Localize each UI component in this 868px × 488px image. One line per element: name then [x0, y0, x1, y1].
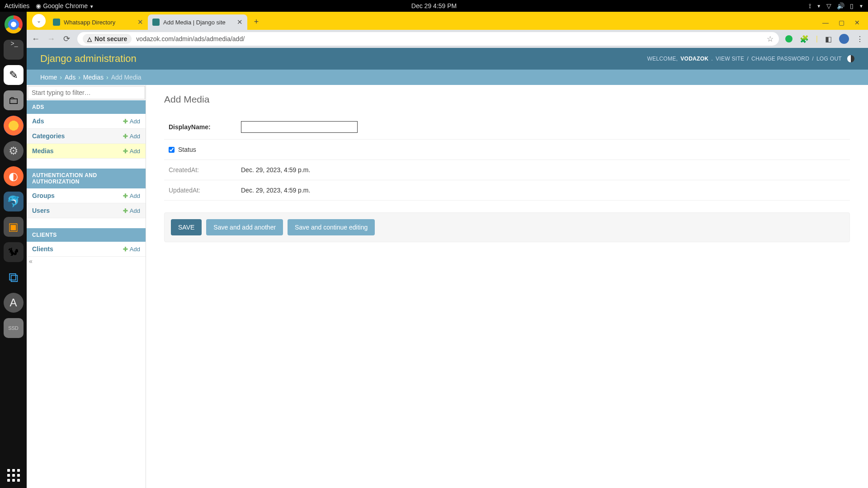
- window-close-button[interactable]: ✕: [854, 19, 860, 26]
- dock-mysql-icon[interactable]: 🐬: [4, 192, 24, 211]
- model-name: Clients: [32, 245, 53, 253]
- username: VODAZOK: [680, 56, 708, 62]
- dock-postman-icon[interactable]: ◐: [4, 166, 24, 186]
- active-app-menu[interactable]: ◉ Google Chrome ▼: [36, 2, 94, 9]
- dock-dbeaver-icon[interactable]: 🐿: [4, 242, 24, 262]
- save-add-another-button[interactable]: Save and add another: [206, 219, 283, 235]
- close-icon[interactable]: ✕: [237, 18, 243, 26]
- sidebar-filter-input[interactable]: [28, 86, 145, 99]
- sidebar-section-clients: CLIENTS: [27, 228, 146, 242]
- bookmark-star-icon[interactable]: ☆: [767, 34, 774, 44]
- plus-icon: ✚: [123, 133, 128, 140]
- sidepanel-icon[interactable]: ◧: [825, 35, 832, 43]
- content-area: Add Media DisplayName: Status CreatedAt:…: [146, 85, 868, 488]
- chevron-down-icon: ▼: [816, 4, 821, 9]
- extension-icon[interactable]: [785, 35, 793, 42]
- dock-files-icon[interactable]: 🗀: [4, 90, 24, 110]
- model-name: Groups: [32, 192, 55, 199]
- add-link[interactable]: ✚Add: [123, 118, 140, 125]
- gnome-top-bar: Activities ◉ Google Chrome ▼ Dec 29 4:59…: [0, 0, 868, 12]
- theme-toggle-icon[interactable]: [847, 55, 854, 62]
- window-maximize-button[interactable]: ▢: [839, 19, 844, 26]
- field-createdat: CreatedAt: Dec. 29, 2023, 4:59 p.m.: [164, 160, 850, 180]
- chrome-menu-icon[interactable]: ⋮: [856, 35, 863, 43]
- breadcrumb-model[interactable]: Medias: [83, 74, 104, 81]
- security-label: Not secure: [94, 35, 127, 42]
- warning-icon: △: [87, 36, 92, 42]
- logout-link[interactable]: LOG OUT: [816, 56, 842, 62]
- view-site-link[interactable]: VIEW SITE: [716, 56, 744, 62]
- favicon-icon: [152, 19, 160, 26]
- sidebar-collapse-button[interactable]: «: [27, 258, 35, 265]
- sidebar-item-clients[interactable]: Clients ✚Add: [27, 242, 146, 257]
- tab-title: Whatsapp Directory: [64, 19, 115, 26]
- reload-button[interactable]: ⟳: [62, 34, 71, 44]
- createdat-value: Dec. 29, 2023, 4:59 p.m.: [241, 166, 310, 174]
- chevron-down-icon: ⌄: [37, 18, 41, 24]
- add-link[interactable]: ✚Add: [123, 246, 140, 253]
- sidebar-item-categories[interactable]: Categories ✚Add: [27, 129, 146, 144]
- plus-icon: ✚: [123, 192, 128, 199]
- dock-sublime-icon[interactable]: ▣: [4, 217, 24, 237]
- dock-firefox-icon[interactable]: [4, 116, 24, 136]
- add-link[interactable]: ✚Add: [123, 148, 140, 155]
- django-header: Django administration WELCOME, VODAZOK. …: [27, 48, 868, 70]
- tab-search-button[interactable]: ⌄: [32, 14, 46, 28]
- chrome-indicator-icon: ◉: [36, 2, 43, 9]
- dock-apps-grid-icon[interactable]: [7, 469, 20, 482]
- tab-whatsapp-directory[interactable]: Whatsapp Directory ✕: [48, 14, 148, 30]
- close-icon[interactable]: ✕: [137, 18, 143, 26]
- clock[interactable]: Dec 29 4:59 PM: [411, 2, 457, 9]
- welcome-text: WELCOME,: [647, 56, 678, 62]
- add-link[interactable]: ✚Add: [123, 207, 140, 214]
- add-link[interactable]: ✚Add: [123, 133, 140, 140]
- browser-toolbar: ← → ⟳ △ Not secure vodazok.com/admin/ads…: [27, 30, 868, 48]
- plus-icon: ✚: [123, 246, 128, 253]
- tab-add-media[interactable]: Add Media | Django site ✕: [148, 14, 247, 30]
- model-name: Categories: [32, 132, 65, 140]
- dock-vscode-icon[interactable]: ⧉: [4, 267, 24, 287]
- accessibility-icon[interactable]: ⟟: [809, 2, 811, 10]
- breadcrumb-app[interactable]: Ads: [65, 74, 75, 81]
- dock-settings-icon[interactable]: ⚙: [4, 141, 24, 161]
- address-bar[interactable]: △ Not secure vodazok.com/admin/ads/admed…: [77, 32, 779, 46]
- sidebar-item-ads[interactable]: Ads ✚Add: [27, 114, 146, 129]
- displayname-input[interactable]: [241, 121, 358, 133]
- new-tab-button[interactable]: +: [250, 15, 263, 28]
- sidebar-item-users[interactable]: Users ✚Add: [27, 203, 146, 218]
- extensions-puzzle-icon[interactable]: 🧩: [800, 35, 809, 43]
- chevron-down-icon: ▼: [90, 4, 94, 9]
- sidebar-item-medias[interactable]: Medias ✚Add: [27, 144, 146, 159]
- model-name: Users: [32, 207, 50, 214]
- security-chip[interactable]: △ Not secure: [83, 34, 132, 44]
- save-continue-button[interactable]: Save and continue editing: [288, 219, 375, 235]
- sidebar-item-groups[interactable]: Groups ✚Add: [27, 188, 146, 203]
- field-updatedat: UpdatedAt: Dec. 29, 2023, 4:59 p.m.: [164, 180, 850, 201]
- dock-texteditor-icon[interactable]: ✎: [4, 65, 24, 85]
- volume-icon[interactable]: 🔊: [837, 2, 844, 9]
- status-label: Status: [178, 146, 196, 153]
- dock-terminal-icon[interactable]: >_: [4, 40, 24, 60]
- dock-updater-icon[interactable]: A: [4, 293, 24, 313]
- window-minimize-button[interactable]: —: [822, 19, 829, 26]
- sidebar-section-auth: AUTHENTICATION AND AUTHORIZATION: [27, 169, 146, 188]
- add-link[interactable]: ✚Add: [123, 192, 140, 199]
- breadcrumb-home[interactable]: Home: [40, 74, 57, 81]
- tab-title: Add Media | Django site: [163, 19, 226, 26]
- createdat-label: CreatedAt:: [169, 166, 241, 174]
- activities-button[interactable]: Activities: [5, 2, 29, 9]
- site-brand[interactable]: Django administration: [40, 53, 137, 65]
- tab-strip: ⌄ Whatsapp Directory ✕ Add Media | Djang…: [27, 12, 868, 30]
- submit-row: SAVE Save and add another Save and conti…: [164, 212, 850, 242]
- change-password-link[interactable]: CHANGE PASSWORD: [751, 56, 809, 62]
- page-title: Add Media: [164, 94, 850, 105]
- battery-icon[interactable]: ▯: [850, 2, 854, 9]
- save-button[interactable]: SAVE: [171, 219, 202, 235]
- status-checkbox[interactable]: [169, 147, 175, 153]
- wifi-icon[interactable]: ▽: [826, 2, 831, 9]
- dock-chrome-icon[interactable]: [4, 14, 24, 34]
- chrome-window: ⌄ Whatsapp Directory ✕ Add Media | Djang…: [27, 12, 868, 488]
- back-button[interactable]: ←: [31, 34, 40, 44]
- profile-avatar[interactable]: [839, 34, 849, 44]
- dock-disk-icon[interactable]: SSD: [4, 318, 24, 338]
